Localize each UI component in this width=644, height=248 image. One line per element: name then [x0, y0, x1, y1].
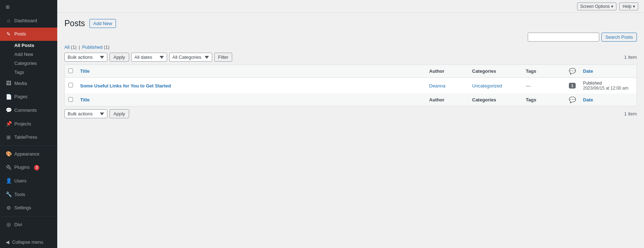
top-item-count: 1 item: [624, 54, 637, 60]
post-author-link[interactable]: Deanna: [429, 83, 446, 89]
sidebar-item-appearance[interactable]: 🎨 Appearance: [0, 147, 57, 161]
projects-icon: 📌: [6, 120, 11, 128]
sidebar-logo[interactable]: ⊞: [0, 0, 57, 14]
page-title: Posts: [64, 19, 85, 28]
pages-icon: 📄: [6, 94, 11, 101]
sidebar-divider: [0, 146, 57, 146]
post-tags-cell: —: [522, 78, 565, 94]
sidebar-item-dashboard[interactable]: ⌂ Dashboard: [0, 14, 57, 28]
categories-column-header: Categories: [469, 65, 522, 78]
content-area: Posts Add New Search Posts All (1) | Pub…: [57, 13, 644, 248]
submenu-add-new[interactable]: Add New: [0, 50, 57, 59]
footer-comment-bubble-icon: 💬: [569, 97, 576, 103]
submenu-tags[interactable]: Tags: [0, 68, 57, 77]
bottom-filter-row: Bulk actions Apply 1 item: [64, 109, 637, 118]
top-apply-button[interactable]: Apply: [109, 53, 129, 62]
sidebar-item-media[interactable]: 🖼 Media: [0, 77, 57, 90]
bottom-bulk-actions-select[interactable]: Bulk actions: [64, 109, 107, 118]
collapse-menu-item[interactable]: ◀ Collapse menu: [0, 236, 57, 248]
submenu-categories[interactable]: Categories: [0, 59, 57, 68]
chevron-down-icon-2: ▾: [633, 4, 635, 9]
wordpress-icon: ⊞: [6, 4, 10, 10]
posts-submenu: All Posts Add New Categories Tags: [0, 41, 57, 77]
select-all-header: [65, 65, 77, 78]
sidebar-item-settings[interactable]: ⚙ Settings: [0, 201, 57, 215]
table-footer-row: Title Author Categories Tags 💬 Date: [65, 94, 637, 106]
plugins-badge: 3: [34, 165, 40, 171]
comment-count-badge[interactable]: 1: [569, 83, 575, 89]
screen-options-button[interactable]: Screen Options ▾: [577, 3, 617, 10]
filter-links: All (1) | Published (1): [64, 44, 637, 50]
posts-table: Title Author Categories Tags 💬 Date: [64, 65, 637, 106]
media-icon: 🖼: [6, 80, 11, 87]
sidebar-item-plugins[interactable]: 🔌 Plugins 3: [0, 161, 57, 175]
footer-select-all-header: [65, 94, 77, 106]
topbar: Screen Options ▾ Help ▾: [57, 0, 644, 13]
sidebar-item-posts[interactable]: ✎ Posts: [0, 28, 57, 41]
post-date-value: 2023/06/15 at 12:00 am: [583, 86, 633, 91]
bottom-item-count: 1 item: [624, 111, 637, 116]
row-checkbox-cell: [65, 78, 77, 94]
post-date-status: Published: [583, 81, 633, 86]
tablepress-icon: ⊞: [6, 134, 11, 141]
table-header-row: Title Author Categories Tags 💬 Date: [65, 65, 637, 78]
date-filter-select[interactable]: All dates: [131, 53, 167, 62]
filter-published-link[interactable]: Published (1): [82, 44, 109, 50]
table-row: Some Useful Links for You to Get Started…: [65, 78, 637, 94]
search-posts-button[interactable]: Search Posts: [601, 33, 637, 42]
filter-button[interactable]: Filter: [214, 53, 233, 62]
users-icon: 👤: [6, 177, 11, 185]
footer-tags-col: Tags: [522, 94, 565, 106]
sidebar-item-projects[interactable]: 📌 Projects: [0, 117, 57, 131]
comment-bubble-icon: 💬: [569, 68, 576, 74]
collapse-icon: ◀: [6, 239, 9, 245]
page-header: Posts Add New: [64, 19, 637, 28]
sidebar-divider-2: [0, 216, 57, 216]
main-content: Screen Options ▾ Help ▾ Posts Add New Se…: [57, 0, 644, 248]
sidebar-item-divi[interactable]: ◎ Divi: [0, 218, 57, 232]
comments-icon: 💬: [6, 107, 11, 114]
comments-column-header: 💬: [565, 65, 580, 78]
plugins-icon: 🔌: [6, 164, 11, 171]
footer-date-col[interactable]: Date: [580, 94, 637, 106]
post-author-cell: Deanna: [426, 78, 469, 94]
post-category-link[interactable]: Uncategorized: [472, 83, 502, 89]
divi-icon: ◎: [6, 221, 11, 228]
chevron-down-icon: ▾: [611, 4, 613, 9]
sidebar-item-tablepress[interactable]: ⊞ TablePress: [0, 131, 57, 144]
help-button[interactable]: Help ▾: [619, 3, 638, 10]
tools-icon: 🔧: [6, 191, 11, 198]
footer-select-all-checkbox[interactable]: [68, 97, 73, 102]
author-column-header: Author: [426, 65, 469, 78]
top-bulk-actions-select[interactable]: Bulk actions: [64, 53, 107, 62]
footer-comments-col: 💬: [565, 94, 580, 106]
footer-title-col[interactable]: Title: [77, 94, 426, 106]
add-new-button[interactable]: Add New: [89, 19, 116, 28]
bottom-apply-button[interactable]: Apply: [109, 109, 129, 118]
date-column-header[interactable]: Date: [580, 65, 637, 78]
post-title-cell: Some Useful Links for You to Get Started: [77, 78, 426, 94]
post-categories-cell: Uncategorized: [469, 78, 522, 94]
settings-icon: ⚙: [6, 205, 11, 212]
post-title-link[interactable]: Some Useful Links for You to Get Started: [80, 83, 171, 89]
sidebar-item-users[interactable]: 👤 Users: [0, 174, 57, 188]
title-column-header[interactable]: Title: [77, 65, 426, 78]
sidebar-item-comments[interactable]: 💬 Comments: [0, 104, 57, 117]
select-all-checkbox[interactable]: [68, 68, 73, 73]
row-checkbox[interactable]: [68, 83, 73, 87]
sidebar-item-tools[interactable]: 🔧 Tools: [0, 188, 57, 201]
sidebar: ⊞ ⌂ Dashboard ✎ Posts All Posts Add New …: [0, 0, 57, 248]
category-filter-select[interactable]: All Categories: [169, 53, 212, 62]
top-filter-row: Bulk actions Apply All dates All Categor…: [64, 53, 637, 62]
post-comments-cell: 1: [565, 78, 580, 94]
dashboard-icon: ⌂: [6, 17, 11, 24]
search-input[interactable]: [528, 33, 599, 42]
submenu-all-posts[interactable]: All Posts: [0, 41, 57, 50]
footer-categories-col: Categories: [469, 94, 522, 106]
filter-all-link[interactable]: All (1): [64, 44, 77, 50]
sidebar-item-pages[interactable]: 📄 Pages: [0, 90, 57, 104]
footer-author-col: Author: [426, 94, 469, 106]
post-date-cell: Published 2023/06/15 at 12:00 am: [580, 78, 637, 94]
posts-icon: ✎: [6, 31, 11, 38]
tags-column-header: Tags: [522, 65, 565, 78]
